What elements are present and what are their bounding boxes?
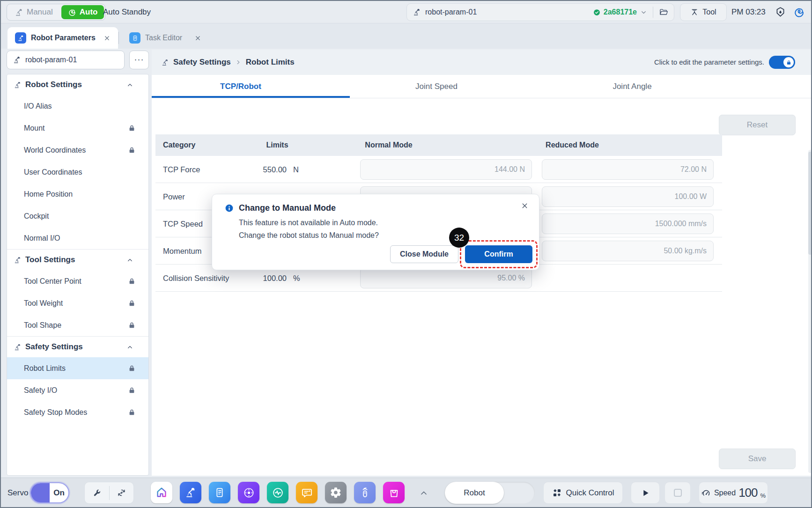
quick-control-button[interactable]: Quick Control (543, 482, 623, 504)
app-monitoring-button[interactable] (267, 482, 288, 503)
item-label: Normal I/O (24, 234, 60, 242)
app-settings-button[interactable] (325, 482, 347, 503)
breadcrumb-section[interactable]: Safety Settings (173, 58, 231, 67)
tab-joint-speed[interactable]: Joint Speed (415, 75, 458, 98)
wrench-button[interactable] (85, 488, 109, 498)
waveform-icon (272, 486, 284, 499)
sidebar-item-tool-center-point[interactable]: Tool Center Point (7, 270, 148, 292)
app-task-editor-button[interactable] (209, 482, 230, 503)
tab-joint-angle[interactable]: Joint Angle (613, 75, 651, 98)
limits-tab-bar: TCP/Robot Joint Speed Joint Angle (152, 75, 812, 98)
sidebar-item-home-position[interactable]: Home Position (7, 183, 148, 205)
auto-mode-button[interactable]: Auto (61, 5, 104, 19)
robot-mode-toggle[interactable]: Robot (445, 482, 535, 504)
remote-control-icon (359, 486, 371, 499)
app-robot-parameters-button[interactable] (180, 482, 201, 503)
normal-mode-input[interactable]: 144.00 N (360, 159, 532, 180)
sidebar-item-robot-limits[interactable]: Robot Limits (7, 357, 148, 379)
stop-icon (674, 489, 682, 497)
parameter-name-field[interactable]: robot-param-01 (7, 51, 125, 69)
sidebar-item-io-alias[interactable]: I/O Alias (7, 95, 148, 117)
row-category: TCP Force (163, 156, 200, 183)
edit-hint-text: Click to edit the parameter settings. (654, 50, 764, 75)
sidebar-item-cockpit[interactable]: Cockpit (7, 205, 148, 227)
close-tab-icon[interactable] (194, 35, 201, 42)
change-to-manual-mode-dialog: Change to Manual Mode This feature is no… (212, 194, 539, 270)
header-normal-mode: Normal Mode (365, 134, 412, 156)
robot-arm-icon (185, 486, 197, 499)
clock-time: PM 03:23 (731, 1, 766, 23)
section-title: Robot Settings (25, 80, 82, 89)
app-jog-button[interactable] (238, 482, 259, 503)
parameter-file-selector[interactable]: robot-param-01 2a68171e (406, 3, 674, 21)
scroll-thumb[interactable] (808, 152, 812, 255)
sidebar-item-mount[interactable]: Mount (7, 117, 148, 139)
content-scrollbar[interactable] (808, 150, 812, 473)
chevron-up-icon (126, 344, 133, 351)
header-category: Category (163, 134, 195, 156)
dock-collapse-chevron-icon[interactable] (419, 488, 428, 498)
sidebar-item-tool-weight[interactable]: Tool Weight (7, 292, 148, 314)
tool-button[interactable]: Tool (680, 3, 727, 21)
sidebar-more-button[interactable]: ··· (129, 51, 149, 69)
close-module-button[interactable]: Close Module (390, 245, 458, 263)
reduced-mode-input[interactable]: 50.00 kg.m/s (542, 241, 714, 261)
tab-tcp-robot[interactable]: TCP/Robot (220, 75, 261, 98)
sidebar-item-tool-shape[interactable]: Tool Shape (7, 314, 148, 336)
jog-tool-group (84, 482, 134, 504)
limits-content: Reset Category Limits Normal Mode Reduce… (152, 98, 812, 476)
servo-toggle[interactable]: On (30, 482, 69, 503)
section-tool-settings[interactable]: Tool Settings (7, 250, 148, 270)
stop-button[interactable] (664, 482, 691, 504)
item-label: Tool Weight (24, 299, 63, 307)
open-folder-icon[interactable] (659, 7, 668, 17)
wrench-icon (92, 488, 102, 498)
header-limits: Limits (266, 134, 288, 156)
close-dialog-icon[interactable] (521, 202, 529, 210)
reset-button[interactable]: Reset (719, 115, 796, 135)
item-label: User Coordinates (24, 168, 82, 176)
chevron-up-icon (126, 81, 133, 88)
robot-arm-icon (413, 8, 421, 16)
sidebar-item-world-coordinates[interactable]: World Coordinates (7, 139, 148, 161)
row-category: TCP Speed (163, 210, 203, 237)
section-safety-settings[interactable]: Safety Settings (7, 337, 148, 357)
check-circle-icon (593, 8, 601, 16)
commit-status: 2a68171e (593, 8, 637, 16)
lock-icon (128, 322, 135, 329)
normal-mode-input[interactable]: 95.00 % (360, 268, 532, 288)
sidebar-item-normal-io[interactable]: Normal I/O (7, 227, 148, 249)
item-label: Home Position (24, 190, 73, 198)
chevron-up-icon (126, 257, 133, 264)
chevron-down-icon[interactable] (640, 9, 647, 16)
edit-lock-toggle[interactable] (769, 56, 795, 69)
close-tab-icon[interactable] (103, 35, 111, 42)
manual-mode-button[interactable]: Manual (7, 4, 60, 20)
controller-icon[interactable] (775, 6, 786, 18)
sync-move-button[interactable] (110, 488, 134, 498)
speed-label: Speed (714, 489, 736, 497)
play-button[interactable] (631, 482, 660, 504)
app-store-button[interactable] (383, 482, 405, 503)
reduced-mode-input[interactable]: 1500.000 mm/s (542, 214, 714, 234)
robot-arm-icon (15, 8, 23, 17)
speed-control[interactable]: Speed 100 % (699, 482, 768, 504)
reduced-mode-input[interactable]: 100.00 W (542, 186, 714, 207)
toggle-knob (783, 57, 794, 67)
sidebar-item-safety-stop-modes[interactable]: Safety Stop Modes (7, 401, 148, 423)
app-window: Manual Auto Auto Standby robot-param-01 … (0, 0, 812, 508)
reduced-mode-input[interactable]: 72.00 N (542, 159, 714, 180)
section-robot-settings[interactable]: Robot Settings (7, 74, 148, 95)
tab-robot-parameters[interactable]: Robot Parameters (7, 27, 118, 49)
save-button[interactable]: Save (719, 449, 796, 469)
spiral-icon[interactable] (793, 6, 805, 18)
confirm-button[interactable]: Confirm (465, 245, 532, 263)
app-log-button[interactable] (296, 482, 317, 503)
app-remote-button[interactable] (354, 482, 376, 503)
breadcrumb-bar: Safety Settings Robot Limits Click to ed… (152, 50, 812, 75)
robot-arm-icon (13, 56, 21, 64)
tab-task-editor[interactable]: Task Editor (122, 27, 209, 49)
sidebar-item-safety-io[interactable]: Safety I/O (7, 379, 148, 401)
app-home-button[interactable] (151, 482, 172, 503)
sidebar-item-user-coordinates[interactable]: User Coordinates (7, 161, 148, 183)
